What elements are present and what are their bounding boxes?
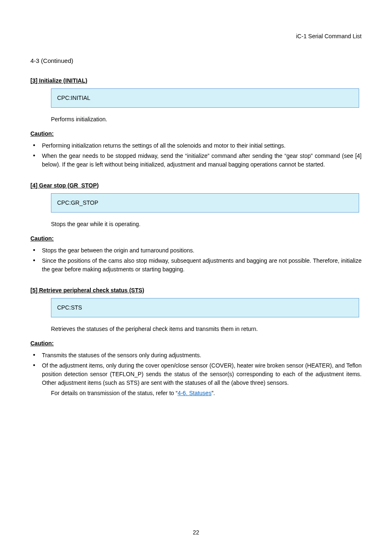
list-item: Performing initialization returns the se… xyxy=(30,141,362,150)
caution-list: Stops the gear between the origin and tu… xyxy=(30,246,362,274)
status-link[interactable]: 4-6. Statuses xyxy=(178,390,212,396)
reference-suffix: ”. xyxy=(212,390,215,396)
command-block-initialize: [3] Initialize (INITIAL) CPC:INITIAL Per… xyxy=(30,76,362,169)
caution-list: Transmits the statuses of the sensors on… xyxy=(30,351,362,387)
command-description: Stops the gear while it is operating. xyxy=(51,220,359,229)
list-item: Since the positions of the cams also sto… xyxy=(30,257,362,274)
list-item: Transmits the statuses of the sensors on… xyxy=(30,351,362,360)
caution-list: Performing initialization returns the se… xyxy=(30,141,362,169)
command-description: Retrieves the statuses of the peripheral… xyxy=(51,325,359,333)
command-block-retrieve-status: [5] Retrieve peripheral check status (ST… xyxy=(30,286,362,398)
command-heading: [5] Retrieve peripheral check status (ST… xyxy=(30,286,362,295)
caution-heading: Caution: xyxy=(30,339,362,348)
doc-title: iC-1 Serial Command List xyxy=(30,32,362,41)
caution-heading: Caution: xyxy=(30,234,362,243)
list-item: Stops the gear between the origin and tu… xyxy=(30,246,362,255)
page-number: 22 xyxy=(0,528,392,537)
section-chain: 4-3 (Continued) xyxy=(30,56,362,66)
command-description: Performs initialization. xyxy=(51,115,359,124)
command-heading: [4] Gear stop (GR_STOP) xyxy=(30,181,362,190)
command-syntax-box: CPC:STS xyxy=(51,298,359,317)
command-syntax-box: CPC:GR_STOP xyxy=(51,193,359,213)
command-syntax-box: CPC:INITIAL xyxy=(51,88,359,108)
list-item: Of the adjustment items, only during the… xyxy=(30,361,362,387)
status-reference-line: For details on transmission of the statu… xyxy=(51,389,362,398)
command-block-gear-stop: [4] Gear stop (GR_STOP) CPC:GR_STOP Stop… xyxy=(30,181,362,274)
caution-heading: Caution: xyxy=(30,130,362,138)
reference-prefix: For details on transmission of the statu… xyxy=(51,390,178,396)
list-item: When the gear needs to be stopped midway… xyxy=(30,152,362,169)
command-heading: [3] Initialize (INITIAL) xyxy=(30,76,362,85)
